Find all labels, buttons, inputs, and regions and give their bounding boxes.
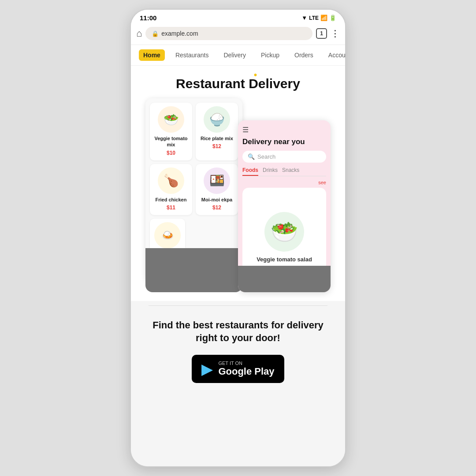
cta-section: Find the best restaurants for delivery r… <box>131 310 345 396</box>
google-play-button[interactable]: ▶ GET IT ON Google Play <box>192 355 284 383</box>
status-bar: 11:00 ▼ LTE 📶 🔋 <box>131 10 345 24</box>
food-card-fried[interactable]: 🍗 Fried chicken $11 <box>150 164 192 215</box>
status-icons: ▼ LTE 📶 🔋 <box>301 15 336 21</box>
food-price-moi: $12 <box>199 205 234 211</box>
search-bar[interactable]: 🔍 Search <box>242 151 326 163</box>
see-all-link[interactable]: see <box>242 180 326 185</box>
food-price-veggie: $10 <box>153 150 189 156</box>
screenshots-wrapper: 🥗 Veggie tomato mix $10 🍚 Rice plate mix… <box>145 98 331 292</box>
lock-icon: 🔒 <box>152 30 159 37</box>
food-card-moi[interactable]: 🍱 Moi-moi ekpa $12 <box>196 164 238 215</box>
nav-delivery[interactable]: Delivery <box>219 49 250 61</box>
tab-button[interactable]: 1 <box>316 28 327 39</box>
google-play-label: Google Play <box>218 366 274 377</box>
section-divider <box>149 305 327 306</box>
nav-account[interactable]: Account <box>324 49 345 61</box>
food-grid: 🥗 Veggie tomato mix $10 🍚 Rice plate mix… <box>150 103 238 215</box>
tab-foods[interactable]: Foods <box>242 167 258 176</box>
play-triangle-icon: ▶ <box>201 360 213 378</box>
cta-text: Find the best restaurants for delivery r… <box>144 319 332 344</box>
status-time: 11:00 <box>140 14 156 22</box>
phone-frame: 11:00 ▼ LTE 📶 🔋 ⌂ 🔒 example.com 1 ⋮ Home… <box>130 9 346 467</box>
page-content: Home Restaurants Delivery Pickup Orders … <box>131 45 345 466</box>
food-name-fried: Fried chicken <box>153 197 189 203</box>
search-placeholder: Search <box>257 153 275 160</box>
tab-drinks[interactable]: Drinks <box>263 167 278 176</box>
site-nav: Home Restaurants Delivery Pickup Orders … <box>131 45 345 66</box>
home-icon[interactable]: ⌂ <box>136 28 142 39</box>
search-icon: 🔍 <box>248 153 255 160</box>
gray-overlay-left <box>145 248 242 292</box>
lte-label: LTE <box>309 15 319 21</box>
screenshots-section: 🥗 Veggie tomato mix $10 🍚 Rice plate mix… <box>131 98 345 301</box>
gray-overlay-right <box>238 266 331 292</box>
nav-orders[interactable]: Orders <box>290 49 318 61</box>
food-img-fried: 🍗 <box>158 167 184 194</box>
food-img-rice: 🍚 <box>204 106 230 133</box>
browser-bar: ⌂ 🔒 example.com 1 ⋮ <box>131 24 345 45</box>
hamburger-icon[interactable]: ☰ <box>242 126 326 134</box>
nav-home[interactable]: Home <box>139 49 165 61</box>
food-img-partial: 🍛 <box>154 222 181 249</box>
browser-menu-icon[interactable]: ⋮ <box>331 28 340 39</box>
battery-icon: 🔋 <box>329 15 336 21</box>
food-name-moi: Moi-moi ekpa <box>199 197 234 203</box>
food-price-rice: $12 <box>199 143 234 149</box>
food-img-moi: 🍱 <box>204 167 230 194</box>
category-tabs: Foods Drinks Snacks <box>242 167 326 176</box>
food-price-fried: $11 <box>153 205 189 211</box>
hero-title: Restaurant D●elivery <box>176 76 300 91</box>
food-card-veggie[interactable]: 🥗 Veggie tomato mix $10 <box>150 103 192 160</box>
url-text: example.com <box>161 30 198 37</box>
food-name-rice: Rice plate mix <box>199 135 234 141</box>
featured-food-name: Veggie tomato salad <box>257 256 312 263</box>
url-bar[interactable]: 🔒 example.com <box>145 27 312 40</box>
food-name-veggie: Veggie tomato mix <box>153 135 189 148</box>
nav-pickup[interactable]: Pickup <box>257 49 284 61</box>
delivery-near-you-title: Delivery near you <box>242 138 326 146</box>
food-img-veggie: 🥗 <box>158 106 184 133</box>
hero-section: Restaurant D●elivery <box>131 66 345 98</box>
get-it-on-label: GET IT ON <box>218 361 274 366</box>
featured-food-img: 🥗 <box>264 212 304 252</box>
google-play-text: GET IT ON Google Play <box>218 361 274 377</box>
signal-icon: 📶 <box>320 15 327 21</box>
tab-snacks[interactable]: Snacks <box>282 167 299 176</box>
wifi-icon: ▼ <box>301 15 307 21</box>
food-card-rice[interactable]: 🍚 Rice plate mix $12 <box>196 103 238 160</box>
nav-restaurants[interactable]: Restaurants <box>171 49 213 61</box>
